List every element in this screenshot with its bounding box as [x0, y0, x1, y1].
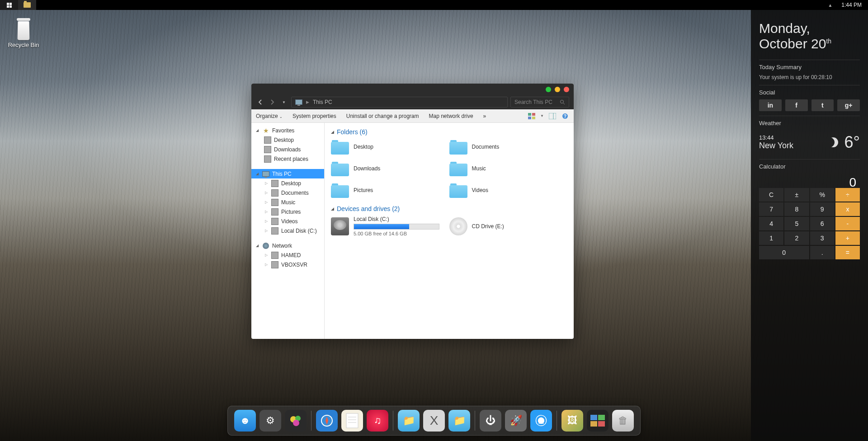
close-button[interactable]	[564, 87, 569, 92]
sidebar-item-music[interactable]: ▷Music	[251, 197, 324, 207]
maximize-button[interactable]	[555, 87, 560, 92]
minimize-button[interactable]	[546, 87, 551, 92]
calc-btn-3[interactable]: 3	[810, 231, 835, 245]
tray-overflow-icon[interactable]: ▲	[825, 3, 835, 8]
twitter-icon: t	[821, 102, 824, 109]
calc-btn-%[interactable]: %	[810, 188, 835, 202]
recycle-bin[interactable]: Recycle Bin	[5, 16, 42, 48]
sidebar-item-hamed[interactable]: ▷HAMED	[251, 250, 324, 260]
dock-notes[interactable]	[341, 410, 363, 432]
explorer-taskbar-icon[interactable]	[18, 0, 36, 10]
help-button[interactable]: ?	[561, 112, 569, 120]
system-properties-button[interactable]: System properties	[292, 113, 336, 119]
weather-city: New York	[759, 141, 793, 150]
weather-widget[interactable]: 13:44 New York 6°	[759, 130, 860, 155]
drives-group-header[interactable]: ◢Devices and drives (2)	[331, 205, 567, 212]
calc-btn-6[interactable]: 6	[810, 217, 835, 230]
calc-btn-.[interactable]: .	[810, 246, 835, 259]
taskbar-clock[interactable]: 1:44 PM	[835, 2, 868, 8]
svg-rect-5	[532, 117, 535, 119]
folder-icon	[449, 139, 467, 155]
dock-game-center[interactable]	[285, 410, 307, 432]
dock-osx[interactable]: X	[423, 410, 445, 432]
calc-btn-+[interactable]: +	[835, 231, 860, 245]
calc-btn-7[interactable]: 7	[759, 202, 783, 216]
folder-documents[interactable]: Documents	[449, 139, 568, 155]
drive-cd[interactable]: CD Drive (E:)	[449, 216, 568, 236]
view-icons-button[interactable]	[528, 112, 536, 120]
dock-folder-2[interactable]: 📁	[448, 410, 470, 432]
dock-appstore[interactable]: Ⓐ	[530, 410, 552, 432]
calc-btn-C[interactable]: C	[759, 188, 783, 202]
nav-tree: ◢★Favorites Desktop Downloads Recent pla…	[251, 123, 325, 339]
calc-btn-2[interactable]: 2	[784, 231, 809, 245]
address-bar[interactable]: ▶ This PC	[291, 97, 508, 108]
folder-desktop[interactable]: Desktop	[331, 139, 449, 155]
dock-itunes[interactable]: ♫	[367, 410, 388, 432]
dock-launchpad[interactable]: 🚀	[505, 410, 527, 432]
googleplus-button[interactable]: g+	[837, 99, 860, 111]
forward-button[interactable]	[268, 98, 277, 107]
calc-btn-÷[interactable]: ÷	[835, 188, 860, 202]
calculator-title: Calculator	[759, 159, 860, 170]
sidebar-item-desktop-pc[interactable]: ▷Desktop	[251, 178, 324, 188]
back-button[interactable]	[256, 98, 265, 107]
folders-group-header[interactable]: ◢Folders (6)	[331, 128, 567, 136]
pictures-icon	[271, 208, 278, 216]
calc-btn-1[interactable]: 1	[759, 231, 783, 245]
videos-icon	[271, 218, 278, 225]
sidebar-item-downloads[interactable]: Downloads	[251, 145, 324, 154]
favorites-node[interactable]: ◢★Favorites	[251, 126, 324, 135]
calc-btn-0[interactable]: 0	[759, 246, 809, 259]
sidebar-item-recent[interactable]: Recent places	[251, 154, 324, 164]
folder-music[interactable]: Music	[449, 161, 568, 176]
calc-btn-4[interactable]: 4	[759, 217, 783, 230]
titlebar[interactable]	[251, 84, 574, 95]
organize-button[interactable]: Organize ⌄	[256, 113, 283, 119]
this-pc-node[interactable]: ◢This PC	[251, 169, 324, 178]
calc-btn-5[interactable]: 5	[784, 217, 809, 230]
dock-finder[interactable]: ☻	[234, 410, 256, 432]
calc-btn-9[interactable]: 9	[810, 202, 835, 216]
calc-btn--[interactable]: -	[835, 217, 860, 230]
address-text: This PC	[313, 99, 332, 105]
sidebar-item-vboxsvr[interactable]: ▷VBOXSVR	[251, 260, 324, 269]
dock-taskmgr[interactable]	[587, 410, 609, 432]
dock-settings[interactable]: ⚙	[259, 410, 281, 432]
toolbar-overflow[interactable]: »	[483, 113, 486, 119]
calc-btn-8[interactable]: 8	[784, 202, 809, 216]
sidebar-item-pictures[interactable]: ▷Pictures	[251, 207, 324, 216]
folder-pictures[interactable]: Pictures	[331, 183, 449, 198]
sidebar-item-videos[interactable]: ▷Videos	[251, 216, 324, 226]
dock-folder-1[interactable]: 📁	[398, 410, 420, 432]
dock-trash[interactable]: 🗑	[612, 410, 634, 432]
notepad-icon	[345, 413, 359, 429]
facebook-button[interactable]: f	[785, 99, 808, 111]
view-dropdown[interactable]: ▼	[540, 114, 544, 118]
dock-photos[interactable]: 🖼	[561, 410, 583, 432]
twitter-button[interactable]: t	[811, 99, 834, 111]
social-title: Social	[759, 85, 860, 96]
sidebar-item-local-disk[interactable]: ▷Local Disk (C:)	[251, 226, 324, 235]
network-node[interactable]: ◢Network	[251, 241, 324, 250]
compass-icon	[320, 414, 334, 427]
folder-videos[interactable]: Videos	[449, 183, 568, 198]
folder-downloads[interactable]: Downloads	[331, 161, 449, 176]
sidebar-item-desktop[interactable]: Desktop	[251, 135, 324, 145]
dock-power[interactable]: ⏻	[480, 410, 501, 432]
map-network-button[interactable]: Map network drive	[429, 113, 473, 119]
calc-btn-±[interactable]: ±	[784, 188, 809, 202]
search-box[interactable]: Search This PC	[510, 97, 569, 108]
calc-btn-x[interactable]: x	[835, 202, 860, 216]
sidebar-item-documents[interactable]: ▷Documents	[251, 188, 324, 197]
bubbles-icon	[289, 414, 302, 427]
dock-safari[interactable]	[316, 410, 338, 432]
linkedin-icon: in	[768, 102, 773, 109]
recent-dropdown[interactable]: ▼	[279, 98, 288, 107]
linkedin-button[interactable]: in	[759, 99, 782, 111]
calc-btn-=[interactable]: =	[835, 246, 860, 259]
drive-local-disk[interactable]: Local Disk (C:) 5.00 GB free of 14.6 GB	[331, 216, 449, 236]
start-button[interactable]	[0, 0, 18, 10]
uninstall-button[interactable]: Uninstall or change a program	[346, 113, 419, 119]
preview-pane-button[interactable]	[548, 112, 557, 120]
